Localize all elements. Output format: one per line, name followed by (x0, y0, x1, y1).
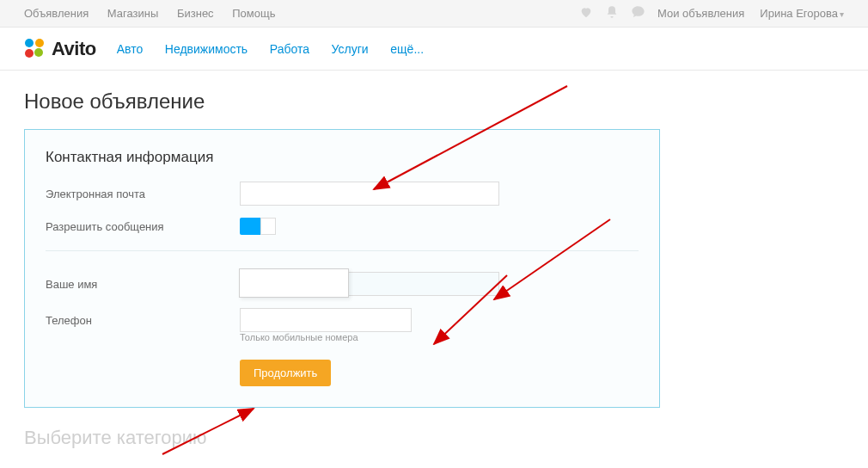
continue-button[interactable]: Продолжить (240, 360, 331, 386)
choose-category-title: Выберите категорию (0, 408, 868, 449)
chevron-down-icon: ▾ (840, 9, 844, 19)
email-field[interactable] (240, 182, 499, 206)
phone-hint: Только мобильные номера (240, 332, 639, 342)
nav-link-realty[interactable]: Недвижимость (165, 42, 248, 56)
phone-field[interactable] (240, 308, 412, 332)
divider (46, 250, 639, 251)
row-allow-messages: Разрешить сообщения (46, 218, 639, 235)
topbar-user-menu[interactable]: Ирина Егорова▾ (760, 7, 844, 20)
chat-icon[interactable] (631, 4, 645, 22)
email-label: Электронная почта (46, 188, 240, 200)
nav-link-more[interactable]: ещё... (390, 42, 424, 56)
toggle-knob (260, 218, 276, 235)
topbar-link-business[interactable]: Бизнес (177, 7, 214, 20)
phone-label: Телефон (46, 314, 240, 327)
name-label: Ваше имя (46, 278, 240, 291)
nav-link-jobs[interactable]: Работа (270, 42, 309, 56)
topbar: Объявления Магазины Бизнес Помощь Мои об… (0, 0, 868, 28)
topbar-link-my-ads[interactable]: Мои объявления (657, 7, 744, 20)
row-phone: Телефон (46, 308, 639, 332)
topbar-link-ads[interactable]: Объявления (24, 7, 89, 20)
row-name: Ваше имя (46, 272, 639, 296)
topbar-left: Объявления Магазины Бизнес Помощь (24, 7, 290, 20)
logo-text: Avito (52, 38, 96, 60)
logo-icon (24, 38, 46, 60)
topbar-right: Мои объявления Ирина Егорова▾ (579, 4, 844, 22)
topbar-link-shops[interactable]: Магазины (107, 7, 159, 20)
navbar: Avito Авто Недвижимость Работа Услуги ещ… (0, 28, 868, 71)
nav-link-services[interactable]: Услуги (332, 42, 369, 56)
bell-icon[interactable] (605, 5, 619, 22)
name-redaction-overlay (239, 268, 349, 298)
section-title: Контактная информация (46, 149, 639, 166)
topbar-link-help[interactable]: Помощь (232, 7, 275, 20)
row-email: Электронная почта (46, 182, 639, 206)
contact-form-box: Контактная информация Электронная почта … (24, 129, 660, 408)
logo[interactable]: Avito (24, 38, 96, 60)
page-title: Новое объявление (0, 71, 868, 129)
allow-messages-label: Разрешить сообщения (46, 220, 240, 233)
allow-messages-toggle[interactable] (240, 218, 276, 235)
nav-link-auto[interactable]: Авто (117, 42, 144, 56)
heart-icon[interactable] (579, 5, 593, 22)
nav-links: Авто Недвижимость Работа Услуги ещё... (117, 42, 443, 56)
